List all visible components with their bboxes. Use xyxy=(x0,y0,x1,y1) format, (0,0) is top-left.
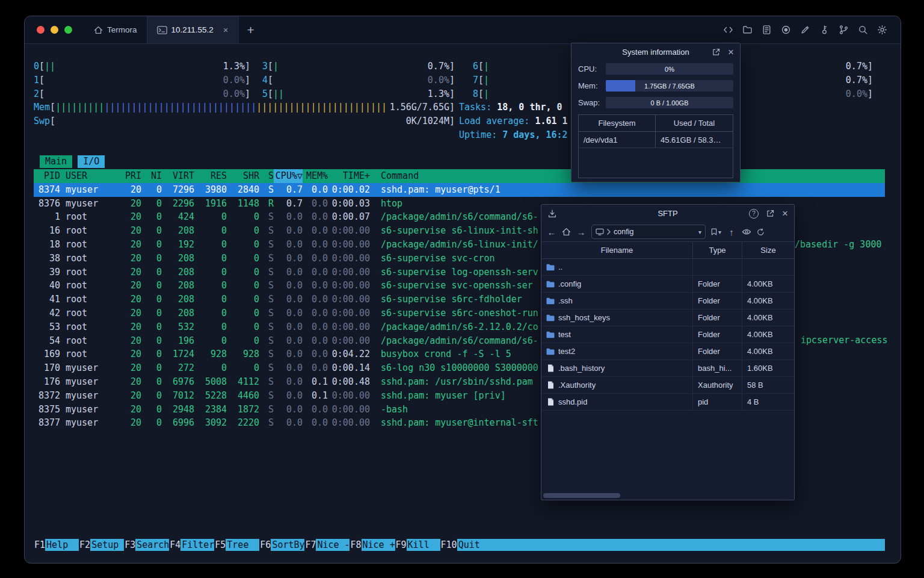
zoom-window-button[interactable] xyxy=(64,26,72,34)
folder-icon[interactable] xyxy=(742,25,753,35)
sftp-row-config[interactable]: .configFolder4.00KB xyxy=(541,276,794,293)
process-cell: sshd.pam: myuser@pts/1 xyxy=(370,183,885,197)
forward-icon[interactable]: → xyxy=(576,227,586,237)
folder-icon xyxy=(546,314,555,322)
fkey-tree[interactable]: Tree xyxy=(226,539,259,551)
fkey-setup[interactable]: Setup xyxy=(90,539,124,551)
column-header-time[interactable]: TIME+ xyxy=(328,169,370,183)
process-cell: 8375 xyxy=(34,403,60,417)
code-icon[interactable] xyxy=(723,25,733,35)
system-information-titlebar: System information × xyxy=(571,43,740,61)
file-type: Folder xyxy=(693,309,742,326)
search-icon[interactable] xyxy=(858,25,868,35)
fkey-kill[interactable]: Kill xyxy=(407,539,440,551)
git-branch-icon[interactable] xyxy=(839,25,849,35)
fkey-nice[interactable]: Nice + xyxy=(362,539,395,551)
sftp-row-ssh[interactable]: .sshFolder4.00KB xyxy=(541,293,794,309)
new-tab-button[interactable]: + xyxy=(239,23,263,37)
process-cell: 0:00.00 xyxy=(328,306,370,320)
close-panel-icon[interactable]: × xyxy=(782,208,788,219)
record-icon[interactable] xyxy=(781,25,791,35)
type-column-header[interactable]: Type xyxy=(693,242,742,258)
column-header-res[interactable]: RES xyxy=(194,169,227,183)
column-header-pid[interactable]: PID xyxy=(34,169,60,183)
column-header-mem[interactable]: MEM% xyxy=(303,169,328,183)
bookmarks-button[interactable]: ▾ xyxy=(711,228,721,235)
log-icon[interactable] xyxy=(762,25,772,35)
fkey-quit[interactable]: Quit xyxy=(457,539,491,551)
back-icon[interactable]: ← xyxy=(547,227,556,237)
close-panel-icon[interactable]: × xyxy=(728,47,734,57)
cpu-meter-value: 0.0% xyxy=(223,87,245,101)
column-header-virt[interactable]: VIRT xyxy=(162,169,194,183)
home-icon[interactable] xyxy=(562,228,571,236)
filesystem-row[interactable]: /dev/vda145.61GB / 58.3… xyxy=(579,132,733,148)
process-cell: 20 xyxy=(120,224,141,238)
open-in-window-icon[interactable] xyxy=(712,48,720,56)
parent-directory-icon[interactable]: ↑ xyxy=(727,227,736,237)
process-cell: 0.0 xyxy=(303,347,328,361)
column-header-user[interactable]: USER xyxy=(60,169,120,183)
process-cell: 0.0 xyxy=(303,320,328,334)
fkey-search[interactable]: Search xyxy=(135,539,169,551)
panel-title: System information xyxy=(622,48,689,57)
htop-tab-i-o[interactable]: I/O xyxy=(78,155,105,168)
fkey-sortby[interactable]: SortBy xyxy=(271,539,304,551)
process-cell: 7296 xyxy=(162,183,194,197)
sftp-row-sshd-pid[interactable]: sshd.pidpid4 B xyxy=(541,394,794,411)
size-column-header[interactable]: Size xyxy=(742,242,794,258)
close-tab-icon[interactable]: × xyxy=(223,25,229,35)
transfers-icon[interactable] xyxy=(548,210,556,218)
minimize-window-button[interactable] xyxy=(51,26,58,34)
horizontal-scrollbar[interactable] xyxy=(543,493,792,498)
cpu-meter-bars xyxy=(45,73,223,87)
process-cell: 0.0 xyxy=(303,306,328,320)
tab-termora-home[interactable]: Termora xyxy=(84,16,147,43)
edit-icon[interactable] xyxy=(800,25,810,35)
sftp-row-bash-history[interactable]: .bash_historybash_hi...1.60KB xyxy=(541,360,794,377)
fkey-help[interactable]: Help xyxy=(45,539,79,551)
memory-label: Mem: xyxy=(578,81,606,90)
path-breadcrumb[interactable]: config ▾ xyxy=(591,225,706,239)
cpu-meter-label: 8 xyxy=(473,87,478,101)
column-header-cpu[interactable]: CPU%▽ xyxy=(274,169,303,183)
fkey-nice[interactable]: Nice - xyxy=(316,539,350,551)
filename: .config xyxy=(558,279,581,288)
key-icon[interactable] xyxy=(819,25,830,35)
file-type: Xauthority xyxy=(693,377,742,393)
process-cell: 0 xyxy=(227,361,259,375)
process-cell: 0 xyxy=(227,252,259,266)
process-cell: 0 xyxy=(141,266,162,279)
sftp-row-ssh-host-keys[interactable]: ssh_host_keysFolder4.00KB xyxy=(541,309,794,326)
process-cell: 196 xyxy=(162,334,194,348)
scrollbar-thumb[interactable] xyxy=(543,493,620,498)
htop-tab-main[interactable]: Main xyxy=(40,155,72,168)
filename-column-header[interactable]: Filename xyxy=(541,242,693,258)
column-header-pri[interactable]: PRI xyxy=(120,169,141,183)
refresh-icon[interactable] xyxy=(757,228,765,236)
folder-icon xyxy=(546,331,555,338)
file-type: pid xyxy=(693,394,742,410)
open-in-window-icon[interactable] xyxy=(766,210,774,217)
column-header-s[interactable]: S xyxy=(259,169,274,183)
sftp-row-[interactable]: .. xyxy=(541,259,794,276)
sftp-row-test2[interactable]: test2Folder4.00KB xyxy=(541,343,794,360)
sftp-row-xauthority[interactable]: .XauthorityXauthority58 B xyxy=(541,377,794,394)
column-header-ni[interactable]: NI xyxy=(141,169,162,183)
column-header-shr[interactable]: SHR xyxy=(227,169,259,183)
process-row-8374[interactable]: 8374myuser200729639802840S0.70.00:00.02s… xyxy=(34,183,885,197)
fkey-filter[interactable]: Filter xyxy=(180,539,214,551)
app-window: Termora 10.211.55.2 × + 0[||1.3%]1[0.0%]… xyxy=(24,16,901,564)
file-type: Folder xyxy=(693,343,742,359)
settings-icon[interactable] xyxy=(877,25,887,35)
sftp-row-test[interactable]: testFolder4.00KB xyxy=(541,326,794,343)
sftp-toolbar: ← → config ▾ ▾ ↑ xyxy=(541,222,794,241)
process-cell: root xyxy=(60,293,120,306)
help-icon[interactable]: ? xyxy=(749,209,759,219)
process-cell: 0 xyxy=(141,320,162,334)
process-cell: 0:00.00 xyxy=(328,293,370,306)
close-window-button[interactable] xyxy=(37,26,45,34)
preview-eye-icon[interactable] xyxy=(742,229,751,235)
process-cell: 0.0 xyxy=(274,210,303,224)
tab-ssh-session[interactable]: 10.211.55.2 × xyxy=(147,16,239,43)
